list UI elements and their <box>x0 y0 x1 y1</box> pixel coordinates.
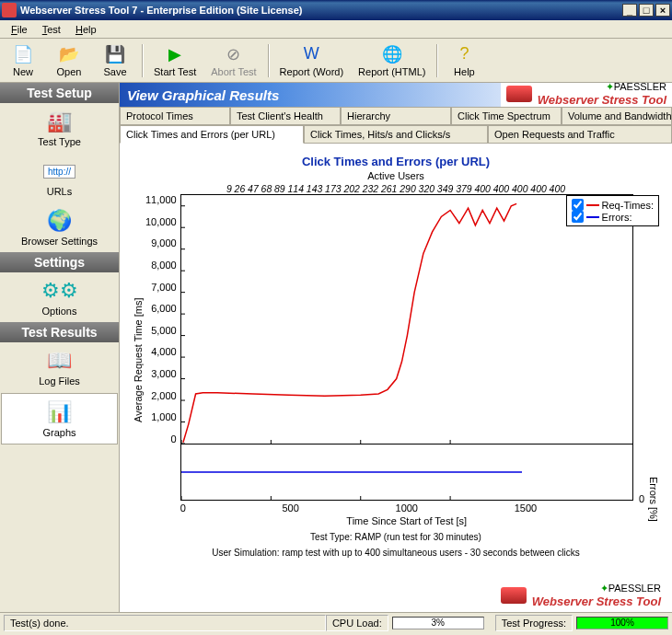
chart-footer-2: User Simulation: ramp test with up to 40… <box>131 548 661 558</box>
save-icon: 💾 <box>105 44 125 64</box>
maximize-button[interactable]: □ <box>639 4 654 17</box>
word-icon: W <box>301 44 321 64</box>
menu-file[interactable]: File <box>4 22 35 37</box>
html-icon: 🌐 <box>382 44 402 64</box>
help-icon: ? <box>454 44 474 64</box>
brand-publisher: PAESSLER <box>608 583 661 594</box>
new-icon: 📄 <box>13 44 33 64</box>
errors-svg <box>181 444 522 500</box>
toolbar: 📄New 📂Open 💾Save ▶Start Test ⊘Abort Test… <box>0 39 672 83</box>
legend-swatch <box>586 204 599 206</box>
errors-subplot <box>181 444 632 500</box>
open-button[interactable]: 📂Open <box>46 42 92 79</box>
legend-label: Req-Times: <box>602 200 654 211</box>
brand-icon <box>506 86 532 102</box>
gear-icon: ⚙⚙ <box>41 278 78 304</box>
title-bar: Webserver Stress Tool 7 - Enterprise Edi… <box>0 0 672 20</box>
play-icon: ▶ <box>165 44 185 64</box>
chart-plot <box>180 194 633 501</box>
log-icon: 📖 <box>47 348 72 374</box>
cpu-load-label: CPU Load: <box>326 615 388 631</box>
legend-check[interactable] <box>572 211 584 223</box>
sidebar-item-options[interactable]: ⚙⚙Options <box>0 272 119 322</box>
status-bar: Test(s) done. CPU Load: 3% Test Progress… <box>0 612 672 632</box>
tab-test-client-s-health[interactable]: Test Client's Health <box>230 107 341 124</box>
sidebar-item-browser-settings[interactable]: 🌍Browser Settings <box>0 202 119 252</box>
chart-svg <box>181 195 522 444</box>
x-axis-label: Time Since Start of Test [s] <box>180 515 633 526</box>
y-axis-ticks: 11,00010,0009,0008,0007,0006,0005,0004,0… <box>145 194 180 444</box>
new-button[interactable]: 📄New <box>0 42 46 79</box>
abort-test-button[interactable]: ⊘Abort Test <box>203 42 263 79</box>
chart-legend: Req-Times:Errors: <box>566 195 659 226</box>
sidebar-item-log-files[interactable]: 📖Log Files <box>0 342 119 392</box>
window-title: Webserver Stress Tool 7 - Enterprise Edi… <box>20 5 620 16</box>
sidebar-item-graphs[interactable]: 📊Graphs <box>1 393 118 444</box>
chart-panel: Click Times and Errors (per URL) Active … <box>120 144 672 612</box>
sidebar-item-urls[interactable]: http://URLs <box>0 153 119 202</box>
url-icon: http:// <box>43 158 75 184</box>
y-axis-label: Average Request Time [ms] <box>131 194 145 526</box>
app-icon <box>2 3 17 17</box>
brand-product: Webserver Stress Tool <box>538 93 666 107</box>
test-progress-bar: 100% <box>576 617 668 629</box>
tab-protocol-times[interactable]: Protocol Times <box>120 107 230 124</box>
sidebar-item-test-type[interactable]: 🏭Test Type <box>0 103 119 153</box>
y2-axis-label: Errors [%] <box>646 477 661 522</box>
chart-icon: 📊 <box>47 399 72 425</box>
help-button[interactable]: ?Help <box>441 42 487 79</box>
save-button[interactable]: 💾Save <box>92 42 138 79</box>
tabs-row-upper: Protocol TimesTest Client's HealthHierar… <box>120 107 672 125</box>
sidebar-section-test-results: Test Results <box>0 322 119 342</box>
start-test-button[interactable]: ▶Start Test <box>146 42 203 79</box>
toolbar-separator <box>268 44 269 77</box>
content-area: View Graphical Results ✦PAESSLER Webserv… <box>120 83 672 612</box>
tab-click-time-spectrum[interactable]: Click Time Spectrum <box>451 107 562 124</box>
y2-axis-ticks: 0 <box>637 493 646 504</box>
brand-publisher: PAESSLER <box>614 81 666 92</box>
brand-icon <box>501 587 527 604</box>
tabs-row-lower: Click Times and Errors (per URL)Click Ti… <box>120 125 672 144</box>
close-button[interactable]: × <box>655 4 670 17</box>
tab-click-times-hits-s-and-clicks-s[interactable]: Click Times, Hits/s and Clicks/s <box>304 125 488 143</box>
stop-icon: ⊘ <box>224 44 244 64</box>
brand-product: Webserver Stress Tool <box>532 595 661 608</box>
status-text: Test(s) done. <box>4 615 326 631</box>
tab-click-times-and-errors-per-url-[interactable]: Click Times and Errors (per URL) <box>120 125 304 144</box>
active-users-axis: 9264768891141431732022322612903203493794… <box>144 183 647 194</box>
test-progress-label: Test Progress: <box>495 615 573 631</box>
menu-help[interactable]: Help <box>68 22 104 37</box>
sidebar-section-test-setup: Test Setup <box>0 83 119 103</box>
tab-hierarchy[interactable]: Hierarchy <box>341 107 451 124</box>
toolbar-separator <box>142 44 143 77</box>
content-header: View Graphical Results <box>120 83 501 107</box>
chart-title: Click Times and Errors (per URL) <box>131 155 661 168</box>
globe-icon: 🌍 <box>47 208 72 234</box>
report-html-button[interactable]: 🌐Report (HTML) <box>351 42 433 79</box>
report-word-button[interactable]: WReport (Word) <box>272 42 351 79</box>
menu-test[interactable]: Test <box>35 22 68 37</box>
x-axis-ticks: 050010001500 <box>180 501 633 514</box>
test-type-icon: 🏭 <box>47 109 72 134</box>
sidebar: Test Setup 🏭Test Type http://URLs 🌍Brows… <box>0 83 120 612</box>
chart-footer-1: Test Type: RAMP (run test for 30 minutes… <box>131 532 661 542</box>
open-icon: 📂 <box>59 44 79 64</box>
legend-check[interactable] <box>572 199 584 211</box>
sidebar-section-settings: Settings <box>0 252 119 272</box>
branding-footer: ✦PAESSLER Webserver Stress Tool <box>495 581 666 610</box>
tab-open-requests-and-traffic[interactable]: Open Requests and Traffic <box>488 125 672 143</box>
branding: ✦PAESSLER Webserver Stress Tool <box>501 83 672 105</box>
legend-swatch <box>586 216 599 218</box>
minimize-button[interactable]: _ <box>622 4 637 17</box>
cpu-load-bar: 3% <box>392 617 484 629</box>
tab-volume-and-bandwidth[interactable]: Volume and Bandwidth <box>562 107 672 124</box>
chart-subtitle: Active Users <box>131 170 661 181</box>
legend-label: Errors: <box>602 212 632 223</box>
menu-bar: File Test Help <box>0 20 672 39</box>
toolbar-separator <box>436 44 437 77</box>
